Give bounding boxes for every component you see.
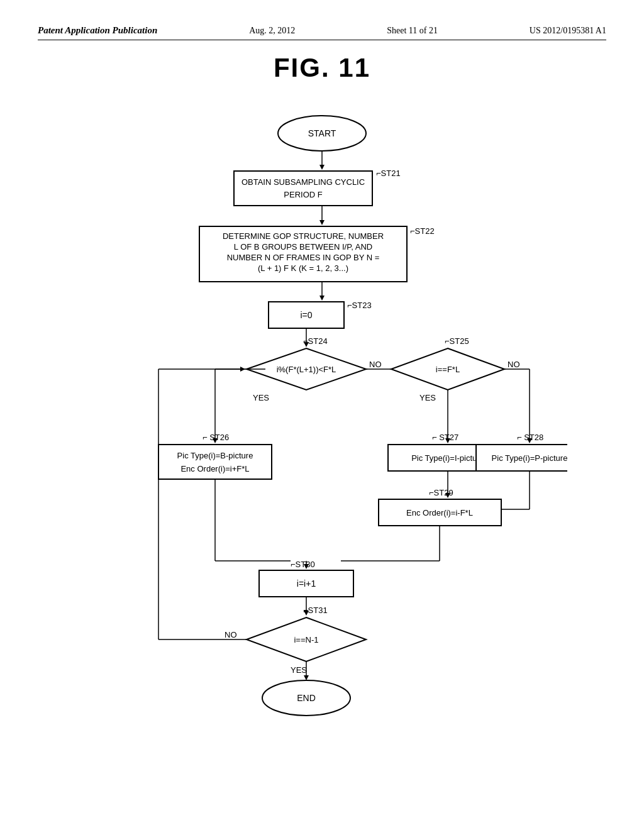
svg-marker-2 <box>319 165 325 170</box>
st22-line3: NUMBER N OF FRAMES IN GOP BY N = <box>227 253 380 262</box>
publication-label: Patent Application Publication <box>38 25 157 36</box>
st23-label: i=0 <box>300 310 312 320</box>
svg-rect-19 <box>158 445 272 479</box>
st27-tag: ⌐ ST27 <box>432 433 458 442</box>
st22-tag: ⌐ST22 <box>410 226 435 236</box>
st29-label: Enc Order(i)=i-F*L <box>406 508 473 517</box>
st24-tag: ⌐ST24 <box>303 336 328 346</box>
st24-yes: YES <box>253 393 269 402</box>
st21-tag: ⌐ST21 <box>376 169 401 178</box>
st30-label: i=i+1 <box>297 578 316 589</box>
st24-no: NO <box>369 360 382 369</box>
st26-tag: ⌐ ST26 <box>203 433 229 442</box>
svg-rect-3 <box>234 171 372 206</box>
st31-yes: YES <box>291 665 307 675</box>
header-sheet: Sheet 11 of 21 <box>387 26 438 36</box>
st23-tag: ⌐ST23 <box>347 301 372 310</box>
st31-no: NO <box>225 630 237 639</box>
header-patent: US 2012/0195381 A1 <box>530 26 606 36</box>
figure-title: FIG. 11 <box>38 53 606 83</box>
st25-no: NO <box>508 360 520 369</box>
st26-line2: Enc Order(i)=i+F*L <box>180 464 249 473</box>
svg-marker-48 <box>304 675 309 680</box>
st22-line1: DETERMINE GOP STRUCTURE, NUMBER <box>223 231 384 241</box>
st22-line4: (L + 1) F K (K = 1, 2, 3...) <box>258 263 348 273</box>
svg-marker-8 <box>319 296 325 301</box>
st29-tag: ⌐ST29 <box>429 488 453 497</box>
st24-label: i%(F*(L+1))<F*L <box>277 365 336 374</box>
st28-tag: ⌐ ST28 <box>517 433 543 442</box>
page-header: Patent Application Publication Aug. 2, 2… <box>38 25 606 40</box>
svg-marker-5 <box>319 220 325 225</box>
st26-line1: Pic Type(i)=B-picture <box>177 451 253 460</box>
start-label: START <box>308 128 336 138</box>
st25-label: i==F*L <box>436 365 460 374</box>
st25-yes: YES <box>419 393 436 402</box>
st27-label: Pic Type(i)=I-picture <box>411 453 484 463</box>
st31-tag: ⌐ST31 <box>303 606 328 615</box>
svg-marker-46 <box>240 367 245 372</box>
st21-line1: OBTAIN SUBSAMPLING CYCLIC <box>242 177 365 187</box>
page: Patent Application Publication Aug. 2, 2… <box>0 0 644 830</box>
st25-tag: ⌐ST25 <box>445 336 469 346</box>
st22-line2: L OF B GROUPS BETWEEN I/P, AND <box>234 242 372 252</box>
st28-label: Pic Type(i)=P-picture <box>492 453 567 463</box>
header-date: Aug. 2, 2012 <box>249 26 295 36</box>
st21-line2: PERIOD F <box>284 190 322 199</box>
flowchart-diagram: START OBTAIN SUBSAMPLING CYCLIC PERIOD F… <box>77 108 567 787</box>
end-label: END <box>297 693 316 703</box>
st31-label: i==N-1 <box>294 635 318 645</box>
st30-tag: ⌐ST30 <box>291 560 315 569</box>
